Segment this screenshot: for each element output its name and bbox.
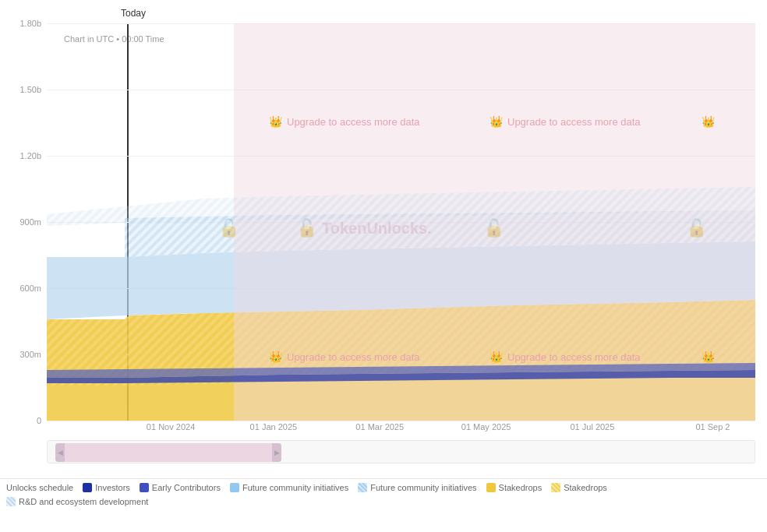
upgrade-overlay-4: 👑 Upgrade to access more data — [269, 351, 420, 363]
y-axis: 1.80b 1.50b 1.20b 900m 600m 300m 0 — [0, 23, 45, 421]
scrollbar-right-handle[interactable]: ▶ — [272, 443, 281, 462]
legend-stakedrops-solid: Stakedrops — [486, 483, 543, 492]
upgrade-overlay-3: 👑 — [702, 115, 715, 128]
y-label-900m: 900m — [19, 217, 41, 227]
watermark-1: 🔓 — [218, 218, 239, 238]
legend-swatch-stakedrops-solid — [486, 483, 496, 492]
x-label-may: 01 May 2025 — [461, 422, 511, 432]
legend-future-community-striped: Future community initiatives — [358, 483, 476, 492]
crown-icon-6: 👑 — [702, 351, 715, 363]
y-label-300m: 300m — [19, 350, 41, 359]
legend: Unlocks schedule Investors Early Contrib… — [0, 483, 767, 506]
x-label-jan: 01 Jan 2025 — [250, 422, 298, 432]
y-label-150b: 1.50b — [19, 85, 41, 94]
legend-stakedrops-striped: Stakedrops — [551, 483, 607, 492]
y-label-180b: 1.80b — [19, 19, 41, 28]
legend-label-unlocks: Unlocks schedule — [6, 483, 73, 492]
lock-icon-center: 🔓 — [296, 218, 317, 238]
today-label: Today — [121, 8, 146, 19]
legend-label-fci-striped: Future community initiatives — [370, 483, 476, 492]
legend-label-rd: R&D and ecosystem development — [19, 497, 148, 506]
upgrade-overlay-1: 👑 Upgrade to access more data — [269, 115, 420, 128]
upgrade-text-5: Upgrade to access more data — [507, 351, 641, 363]
upgrade-overlay-6: 👑 — [702, 351, 715, 363]
crown-icon-3: 👑 — [702, 115, 715, 128]
scrollbar-left-handle[interactable]: ◀ — [55, 443, 65, 462]
y-label-0: 0 — [37, 416, 41, 425]
lock-icon-3: 🔓 — [686, 218, 707, 238]
upgrade-text-2: Upgrade to access more data — [507, 116, 641, 128]
legend-swatch-fci-striped — [358, 483, 367, 492]
y-label-600m: 600m — [19, 284, 41, 293]
watermark-3: 🔓 — [686, 218, 707, 238]
legend-early-contributors: Early Contributors — [140, 483, 221, 492]
legend-future-community-solid: Future community initiatives — [230, 483, 348, 492]
upgrade-text-4: Upgrade to access more data — [287, 351, 420, 363]
watermark-text: TokenUnlocks. — [322, 220, 432, 238]
x-label-nov: 01 Nov 2024 — [147, 422, 195, 432]
y-label-120b: 1.20b — [19, 151, 41, 160]
crown-icon-2: 👑 — [490, 115, 503, 128]
legend-swatch-fci-solid — [230, 483, 239, 492]
legend-swatch-stakedrops-striped — [551, 483, 560, 492]
lock-icon-1: 🔓 — [218, 218, 239, 238]
legend-rd: R&D and ecosystem development — [6, 497, 148, 506]
crown-icon-4: 👑 — [269, 351, 282, 363]
legend-swatch-investors — [83, 483, 92, 492]
chart-container: Today Chart in UTC • 00:00 Time 1.80b 1.… — [0, 0, 767, 532]
legend-label-stakedrops-solid: Stakedrops — [499, 483, 543, 492]
watermark-2: 🔓 — [483, 218, 504, 238]
crown-icon-5: 👑 — [490, 351, 503, 363]
legend-swatch-rd — [6, 497, 16, 506]
grid-line-7 — [47, 421, 755, 421]
x-label-jul: 01 Jul 2025 — [570, 422, 614, 432]
legend-label-early: Early Contributors — [152, 483, 221, 492]
x-label-mar: 01 Mar 2025 — [355, 422, 404, 432]
legend-swatch-early — [140, 483, 149, 492]
legend-investors: Investors — [83, 483, 130, 492]
scrollbar-thumb[interactable]: ◀ ▶ — [55, 443, 281, 462]
watermark-center: 🔓 TokenUnlocks. — [296, 218, 432, 238]
upgrade-overlay-2: 👑 Upgrade to access more data — [490, 115, 641, 128]
upgrade-overlay-5: 👑 Upgrade to access more data — [490, 351, 641, 363]
x-axis: 01 Nov 2024 01 Jan 2025 01 Mar 2025 01 M… — [47, 422, 755, 438]
crown-icon-1: 👑 — [269, 115, 282, 128]
legend-divider — [0, 478, 767, 479]
legend-row-2: R&D and ecosystem development — [6, 497, 761, 506]
legend-label-investors: Investors — [95, 483, 130, 492]
x-label-sep: 01 Sep 2 — [695, 422, 730, 432]
lock-icon-2: 🔓 — [483, 218, 504, 238]
legend-label-stakedrops-striped: Stakedrops — [564, 483, 607, 492]
legend-unlocks-schedule: Unlocks schedule — [6, 483, 73, 492]
legend-label-fci-solid: Future community initiatives — [242, 483, 348, 492]
upgrade-text-1: Upgrade to access more data — [287, 116, 420, 128]
scrollbar-area[interactable]: ◀ ▶ — [47, 440, 755, 463]
